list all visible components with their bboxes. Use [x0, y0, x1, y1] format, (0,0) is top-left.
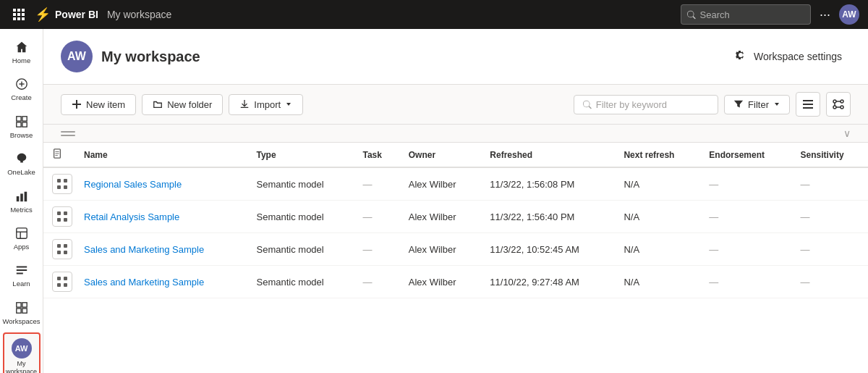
svg-rect-29	[803, 104, 813, 105]
sidebar-item-onelake[interactable]: OneLake	[3, 146, 41, 180]
lineage-icon	[833, 99, 844, 110]
svg-point-32	[841, 100, 843, 103]
th-endorsement[interactable]: Endorsement	[700, 143, 791, 167]
document-icon	[52, 148, 62, 159]
gear-icon	[733, 48, 748, 66]
row-task: —	[354, 167, 399, 201]
row-owner: Alex Wilber	[400, 233, 482, 266]
metrics-label: Metrics	[10, 206, 33, 214]
search-input[interactable]	[700, 9, 804, 20]
table-container: Name Type Task Owner Refreshed Next refr…	[43, 143, 868, 373]
row-refreshed: 11/3/22, 1:56:40 PM	[481, 201, 615, 233]
collapse-bar: ∨	[43, 125, 868, 143]
home-icon	[14, 39, 30, 55]
sidebar-item-home[interactable]: Home	[3, 35, 41, 69]
workspace-nav-name: My workspace	[104, 9, 171, 20]
th-type[interactable]: Type	[248, 143, 354, 167]
new-item-button[interactable]: New item	[61, 94, 136, 115]
svg-rect-17	[20, 193, 23, 201]
sidebar-item-learn[interactable]: Learn	[3, 258, 41, 292]
sidebar-item-apps[interactable]: Apps	[3, 221, 41, 255]
row-type: Semantic model	[248, 167, 354, 201]
sidebar-item-workspaces[interactable]: Workspaces	[3, 296, 41, 330]
item-dots	[57, 211, 68, 222]
table-row: Sales and Marketing Sample Semantic mode…	[43, 266, 868, 298]
row-name[interactable]: Retail Analysis Sample	[75, 201, 248, 233]
svg-rect-6	[13, 17, 16, 20]
workspace-header: AW My workspace Workspace settings	[43, 29, 868, 85]
filter-input-container[interactable]	[574, 95, 718, 114]
new-folder-label: New folder	[167, 99, 212, 110]
more-options-button[interactable]: ···	[817, 4, 833, 25]
sidebar-item-metrics[interactable]: Metrics	[3, 184, 41, 218]
th-icon[interactable]	[43, 143, 75, 167]
filter-button[interactable]: Filter	[724, 95, 790, 114]
main-layout: Home Create Browse OneLake Metrics	[0, 29, 868, 373]
collapse-chevron-icon[interactable]: ∨	[843, 127, 851, 139]
row-name[interactable]: Sales and Marketing Sample	[75, 266, 248, 298]
item-dots	[57, 244, 68, 255]
svg-rect-18	[24, 191, 27, 201]
svg-rect-19	[16, 228, 26, 238]
filter-search-icon	[583, 100, 592, 109]
th-next-refresh[interactable]: Next refresh	[615, 143, 700, 167]
svg-rect-7	[17, 17, 20, 20]
learn-icon	[14, 262, 30, 278]
row-name[interactable]: Regional Sales Sample	[75, 167, 248, 201]
th-name[interactable]: Name	[75, 143, 248, 167]
my-workspace-label: Myworkspace	[6, 360, 37, 373]
brand: ⚡ Power BI	[35, 7, 98, 22]
filter-icon	[733, 99, 744, 109]
row-owner: Alex Wilber	[400, 266, 482, 298]
power-bi-logo: ⚡	[35, 7, 51, 22]
search-box[interactable]	[681, 4, 811, 25]
row-icon-cell	[43, 167, 75, 201]
sidebar-item-browse[interactable]: Browse	[3, 109, 41, 143]
row-next-refresh: N/A	[615, 201, 700, 233]
sidebar-item-my-workspace[interactable]: AW Myworkspace	[3, 332, 41, 373]
sidebar-item-create[interactable]: Create	[3, 72, 41, 106]
th-task[interactable]: Task	[354, 143, 399, 167]
drag-handle[interactable]	[61, 131, 75, 136]
svg-rect-2	[22, 9, 25, 12]
svg-rect-3	[13, 13, 16, 16]
app-name: Power BI	[55, 9, 98, 20]
import-button[interactable]: Import	[229, 94, 303, 115]
row-task: —	[354, 266, 399, 298]
create-icon	[14, 76, 30, 92]
th-refreshed[interactable]: Refreshed	[481, 143, 615, 167]
new-folder-button[interactable]: New folder	[142, 94, 223, 115]
row-icon-cell	[43, 201, 75, 233]
user-avatar[interactable]: AW	[839, 4, 859, 25]
svg-rect-16	[16, 196, 19, 201]
svg-rect-25	[22, 309, 26, 313]
row-sensitivity: —	[792, 266, 868, 298]
waffle-icon[interactable]	[9, 4, 29, 25]
row-type: Semantic model	[248, 201, 354, 233]
svg-rect-13	[22, 117, 26, 121]
top-nav-right: ··· AW	[681, 4, 859, 25]
lineage-view-button[interactable]	[826, 92, 851, 117]
svg-rect-28	[803, 100, 813, 101]
row-endorsement: —	[700, 233, 791, 266]
svg-rect-22	[16, 303, 20, 307]
row-next-refresh: N/A	[615, 233, 700, 266]
workspace-settings-button[interactable]: Workspace settings	[725, 43, 851, 70]
table-row: Sales and Marketing Sample Semantic mode…	[43, 233, 868, 266]
row-name[interactable]: Sales and Marketing Sample	[75, 233, 248, 266]
filter-keyword-input[interactable]	[596, 99, 709, 110]
th-sensitivity[interactable]: Sensitivity	[792, 143, 868, 167]
row-task: —	[354, 201, 399, 233]
row-owner: Alex Wilber	[400, 201, 482, 233]
workspace-header-avatar: AW	[61, 41, 93, 72]
list-view-button[interactable]	[796, 92, 820, 117]
workspace-settings-label: Workspace settings	[754, 51, 842, 62]
workspace-title: My workspace	[101, 49, 716, 65]
drag-line-1	[61, 131, 75, 133]
table-body: Regional Sales Sample Semantic model — A…	[43, 167, 868, 298]
search-icon	[687, 10, 696, 20]
row-next-refresh: N/A	[615, 266, 700, 298]
item-icon	[52, 206, 72, 227]
item-icon	[52, 174, 72, 194]
th-owner[interactable]: Owner	[400, 143, 482, 167]
